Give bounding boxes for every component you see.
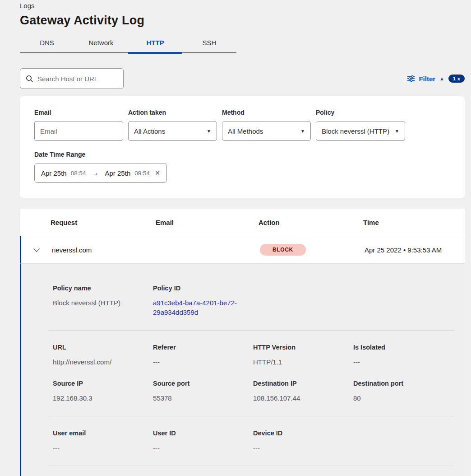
user-email-label: User email — [53, 429, 153, 437]
method-filter-label: Method — [222, 109, 311, 116]
filter-field-action: Action taken All Actions ▼ — [128, 109, 217, 141]
collapse-caret-icon[interactable]: ▲ — [439, 76, 444, 81]
search-box[interactable] — [20, 68, 124, 89]
page-title: Gateway Activity Log — [20, 14, 465, 28]
action-filter-value: All Actions — [134, 127, 165, 135]
destination-port-value: 80 — [353, 393, 454, 403]
source-ip-value: 192.168.30.3 — [53, 393, 153, 403]
chevron-down-icon — [33, 245, 40, 252]
breadcrumb[interactable]: Logs — [20, 0, 465, 9]
email-filter-input[interactable] — [40, 127, 117, 135]
url-detail-row: URL http://neverssl.com/ Referer --- HTT… — [53, 344, 454, 367]
date-range-picker[interactable]: Apr 25th 08:54 → Apr 25th 09:54 ✕ — [34, 163, 167, 183]
end-time[interactable]: 09:54 — [134, 170, 150, 177]
section-divider — [49, 416, 454, 416]
device-id-value: --- — [253, 443, 353, 453]
destination-ip-label: Destination IP — [253, 380, 353, 387]
filter-panel: Email Action taken All Actions ▼ Method … — [20, 96, 465, 198]
detail-is-isolated: Is Isolated --- — [353, 344, 454, 367]
destination-port-label: Destination port — [353, 380, 454, 387]
referer-value: --- — [153, 357, 253, 367]
filter-toggle-button[interactable]: Filter — [419, 75, 435, 83]
source-port-value: 55378 — [153, 393, 253, 403]
filter-field-email: Email — [34, 109, 123, 141]
column-header-action: Action — [259, 219, 363, 226]
detail-policy-id: Policy ID a91c3eb4-ba7a-4201-be72-29a934… — [153, 285, 253, 317]
policy-id-link[interactable]: a91c3eb4-ba7a-4201-be72-29a934dd359d — [153, 298, 240, 317]
tab-bar: DNS Network HTTP SSH — [20, 35, 236, 53]
column-header-time: Time — [363, 219, 465, 226]
detail-referer: Referer --- — [153, 344, 253, 367]
ip-detail-row: Source IP 192.168.30.3 Source port 55378… — [53, 380, 454, 403]
referer-label: Referer — [153, 344, 253, 351]
action-filter-label: Action taken — [128, 109, 217, 116]
url-label: URL — [53, 344, 153, 351]
dropdown-arrow-icon: ▼ — [207, 129, 211, 134]
tab-http[interactable]: HTTP — [128, 35, 182, 52]
user-email-value: --- — [53, 443, 153, 453]
destination-ip-value: 108.156.107.44 — [253, 393, 353, 403]
clear-date-range-icon[interactable]: ✕ — [155, 169, 160, 177]
section-divider — [49, 330, 454, 331]
detail-http-version: HTTP Version HTTP/1.1 — [253, 344, 353, 367]
log-table: Request Email Action Time neverssl.com B… — [20, 209, 465, 476]
block-status-badge: BLOCK — [260, 244, 306, 256]
policy-detail-row: Policy name Block neverssl (HTTP) Policy… — [53, 285, 454, 317]
url-value: http://neverssl.com/ — [53, 357, 153, 367]
detail-source-ip: Source IP 192.168.30.3 — [53, 380, 153, 403]
policy-name-value: Block neverssl (HTTP) — [53, 298, 153, 308]
start-date[interactable]: Apr 25th — [41, 169, 67, 177]
row-action-cell: BLOCK — [260, 244, 365, 256]
dropdown-arrow-icon: ▼ — [395, 129, 399, 134]
expand-chevron-cell[interactable] — [21, 249, 52, 251]
email-filter-label: Email — [34, 109, 123, 116]
policy-filter-value: Block neverssl (HTTP) — [322, 127, 389, 135]
column-header-request: Request — [51, 219, 156, 226]
table-header-row: Request Email Action Time — [20, 209, 465, 236]
source-port-label: Source port — [153, 380, 253, 387]
start-time[interactable]: 08:54 — [71, 170, 86, 177]
date-range-label: Date Time Range — [34, 151, 450, 158]
filter-sliders-icon — [407, 75, 415, 82]
filter-fields-row: Email Action taken All Actions ▼ Method … — [34, 109, 450, 141]
table-row[interactable]: neverssl.com BLOCK Apr 25 2022 • 9:53:53… — [20, 236, 465, 264]
user-id-label: User ID — [153, 429, 253, 437]
detail-destination-port: Destination port 80 — [353, 380, 454, 403]
tab-ssh[interactable]: SSH — [182, 35, 236, 52]
detail-source-port: Source port 55378 — [153, 380, 253, 403]
policy-filter-select[interactable]: Block neverssl (HTTP) ▼ — [316, 121, 405, 141]
email-filter-input-wrap — [34, 121, 123, 141]
source-ip-label: Source IP — [53, 380, 153, 387]
search-input[interactable] — [37, 75, 118, 83]
method-filter-value: All Methods — [228, 127, 263, 135]
detail-destination-ip: Destination IP 108.156.107.44 — [253, 380, 353, 403]
is-isolated-value: --- — [353, 357, 454, 367]
http-version-value: HTTP/1.1 — [253, 357, 353, 367]
http-version-label: HTTP Version — [253, 344, 353, 351]
filter-field-policy: Policy Block neverssl (HTTP) ▼ — [316, 109, 405, 141]
filter-count-badge[interactable]: 1 x — [448, 75, 465, 83]
policy-filter-label: Policy — [316, 109, 405, 116]
detail-user-id: User ID --- — [153, 429, 253, 453]
detail-policy-name: Policy name Block neverssl (HTTP) — [53, 285, 153, 317]
page: Logs Gateway Activity Log DNS Network HT… — [0, 0, 471, 476]
column-header-email: Email — [156, 219, 259, 226]
is-isolated-label: Is Isolated — [353, 344, 454, 351]
row-time: Apr 25 2022 • 9:53:53 AM — [365, 246, 465, 254]
detail-device-id: Device ID --- — [253, 429, 353, 453]
date-range-section: Date Time Range Apr 25th 08:54 → Apr 25t… — [34, 151, 450, 183]
detail-user-email: User email --- — [53, 429, 153, 453]
detail-url: URL http://neverssl.com/ — [53, 344, 153, 367]
filter-field-method: Method All Methods ▼ — [222, 109, 311, 141]
policy-name-label: Policy name — [53, 285, 153, 292]
user-detail-row: User email --- User ID --- Device ID --- — [53, 429, 454, 453]
action-filter-select[interactable]: All Actions ▼ — [128, 121, 217, 141]
range-arrow-icon: → — [92, 169, 99, 177]
policy-id-label: Policy ID — [153, 285, 253, 292]
end-date[interactable]: Apr 25th — [105, 169, 131, 177]
device-id-label: Device ID — [253, 429, 353, 437]
tab-dns[interactable]: DNS — [20, 35, 74, 52]
method-filter-select[interactable]: All Methods ▼ — [222, 121, 311, 141]
expanded-row-details: Policy name Block neverssl (HTTP) Policy… — [20, 264, 465, 476]
tab-network[interactable]: Network — [74, 35, 128, 52]
